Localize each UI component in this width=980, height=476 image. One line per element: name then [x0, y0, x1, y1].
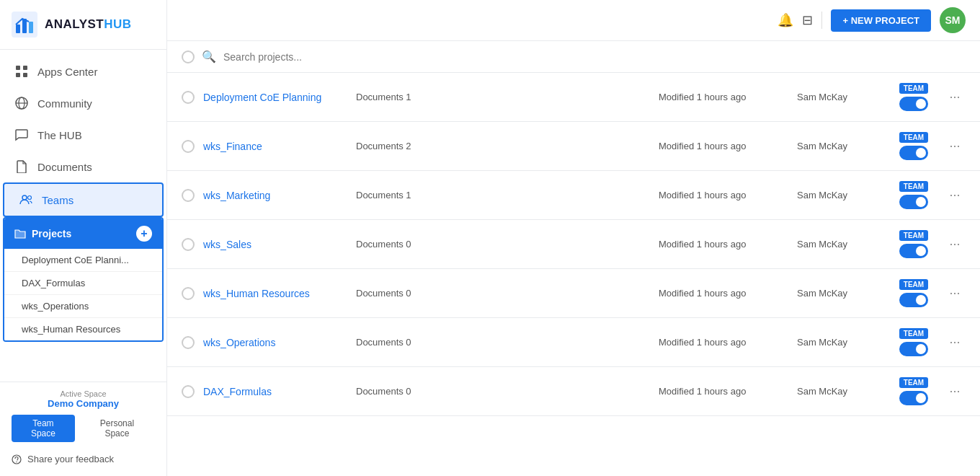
project-docs: Documents 0: [356, 337, 650, 348]
more-options-button[interactable]: ···: [944, 286, 966, 301]
table-row: wks_Human Resources Documents 0 Modified…: [167, 269, 980, 318]
row-checkbox[interactable]: [182, 238, 195, 251]
table-row: wks_Finance Documents 2 Modified 1 hours…: [167, 122, 980, 171]
logo-icon: [12, 12, 37, 38]
toggle-switch[interactable]: [899, 195, 928, 209]
sidebar-item-label: Apps Center: [37, 66, 97, 78]
team-toggle-wrap: TEAM: [892, 377, 935, 405]
topbar: 🔔 ⊟ + NEW PROJECT SM: [167, 0, 980, 41]
more-options-button[interactable]: ···: [944, 384, 966, 399]
projects-header-left: Projects: [14, 228, 71, 239]
project-name[interactable]: wks_Human Resources: [203, 288, 347, 299]
project-owner: Sam McKay: [797, 92, 883, 102]
row-checkbox[interactable]: [182, 140, 195, 153]
projects-header-label: Projects: [32, 228, 71, 239]
project-modified: Modified 1 hours ago: [659, 141, 788, 151]
project-modified: Modified 1 hours ago: [659, 288, 788, 299]
project-owner: Sam McKay: [797, 386, 883, 397]
sidebar-item-apps-center[interactable]: Apps Center: [0, 56, 166, 87]
team-badge: TEAM: [899, 83, 928, 94]
personal-space-button[interactable]: Personal Space: [79, 415, 155, 442]
projects-list: Deployment CoE Planni... DAX_Formulas wk…: [4, 249, 162, 340]
more-options-button[interactable]: ···: [944, 335, 966, 350]
row-checkbox[interactable]: [182, 287, 195, 300]
project-name[interactable]: wks_Sales: [203, 239, 347, 250]
project-name[interactable]: Deployment CoE Planning: [203, 92, 347, 103]
toggle-switch[interactable]: [899, 342, 928, 356]
topbar-divider: [821, 12, 822, 29]
search-input[interactable]: [223, 51, 966, 63]
projects-section: Projects + Deployment CoE Planni... DAX_…: [3, 217, 164, 342]
feedback-link[interactable]: Share your feedback: [12, 449, 155, 469]
sidebar-item-the-hub[interactable]: The HUB: [0, 119, 166, 151]
project-list-item[interactable]: wks_Human Resources: [4, 318, 162, 340]
project-name[interactable]: wks_Finance: [203, 141, 347, 152]
team-toggle-wrap: TEAM: [892, 279, 935, 307]
sidebar-nav: Apps Center Community The HUB Documents: [0, 50, 166, 382]
project-name[interactable]: wks_Operations: [203, 337, 347, 348]
sidebar-item-teams[interactable]: Teams: [3, 182, 164, 217]
more-options-button[interactable]: ···: [944, 89, 966, 105]
project-modified: Modified 1 hours ago: [659, 337, 788, 348]
svg-rect-6: [16, 73, 20, 77]
sidebar-item-label: Teams: [42, 194, 74, 206]
team-badge: TEAM: [899, 230, 928, 241]
project-docs: Documents 2: [356, 141, 650, 151]
row-checkbox[interactable]: [182, 91, 195, 104]
svg-rect-3: [29, 22, 33, 33]
more-options-button[interactable]: ···: [944, 237, 966, 252]
team-badge: TEAM: [899, 181, 928, 192]
toggle-switch[interactable]: [899, 391, 928, 405]
feedback-label: Share your feedback: [27, 454, 114, 464]
sidebar-item-label: The HUB: [37, 129, 82, 141]
project-name[interactable]: DAX_Formulas: [203, 386, 347, 397]
sidebar-bottom: Active Space Demo Company Team Space Per…: [0, 382, 166, 476]
team-space-button[interactable]: Team Space: [12, 415, 75, 442]
project-docs: Documents 0: [356, 288, 650, 299]
svg-point-14: [16, 461, 17, 462]
content-area: 🔍 Deployment CoE Planning Documents 1 Mo…: [167, 41, 980, 476]
users-icon: [19, 193, 33, 207]
sidebar-item-community[interactable]: Community: [0, 87, 166, 119]
table-row: Deployment CoE Planning Documents 1 Modi…: [167, 73, 980, 122]
team-toggle-wrap: TEAM: [892, 230, 935, 258]
feedback-icon: [12, 454, 22, 464]
svg-rect-1: [16, 25, 20, 33]
bell-icon[interactable]: 🔔: [778, 12, 793, 28]
toggle-switch[interactable]: [899, 293, 928, 307]
toggle-switch[interactable]: [899, 146, 928, 160]
sidebar-item-label: Documents: [37, 161, 92, 173]
svg-point-12: [28, 196, 32, 200]
row-checkbox[interactable]: [182, 385, 195, 398]
projects-header[interactable]: Projects +: [4, 219, 162, 249]
project-list-item[interactable]: Deployment CoE Planni...: [4, 249, 162, 272]
projects-table: Deployment CoE Planning Documents 1 Modi…: [167, 73, 980, 416]
toggle-switch[interactable]: [899, 97, 928, 111]
project-list-item[interactable]: wks_Operations: [4, 295, 162, 318]
project-list-item[interactable]: DAX_Formulas: [4, 272, 162, 295]
chat-icon: [14, 128, 29, 142]
sidebar-item-label: Community: [37, 97, 92, 110]
row-checkbox[interactable]: [182, 189, 195, 202]
project-name[interactable]: wks_Marketing: [203, 190, 347, 201]
table-row: wks_Sales Documents 0 Modified 1 hours a…: [167, 220, 980, 269]
project-docs: Documents 0: [356, 239, 650, 250]
sidebar-item-documents[interactable]: Documents: [0, 151, 166, 182]
row-checkbox[interactable]: [182, 336, 195, 349]
svg-point-11: [22, 195, 27, 200]
projects-add-button[interactable]: +: [136, 226, 152, 242]
project-owner: Sam McKay: [797, 239, 883, 250]
project-owner: Sam McKay: [797, 337, 883, 348]
folder-icon: [14, 228, 26, 239]
more-options-button[interactable]: ···: [944, 138, 966, 154]
team-badge: TEAM: [899, 132, 928, 143]
new-project-button[interactable]: + NEW PROJECT: [831, 9, 931, 32]
sidebar: ANALYSTHUB Apps Center Community The HUB: [0, 0, 167, 476]
svg-point-13: [12, 455, 21, 464]
svg-rect-7: [23, 73, 27, 77]
more-options-button[interactable]: ···: [944, 188, 966, 203]
filter-icon[interactable]: ⊟: [802, 12, 813, 28]
toggle-switch[interactable]: [899, 244, 928, 258]
select-all-checkbox[interactable]: [182, 50, 195, 63]
team-badge: TEAM: [899, 377, 928, 388]
